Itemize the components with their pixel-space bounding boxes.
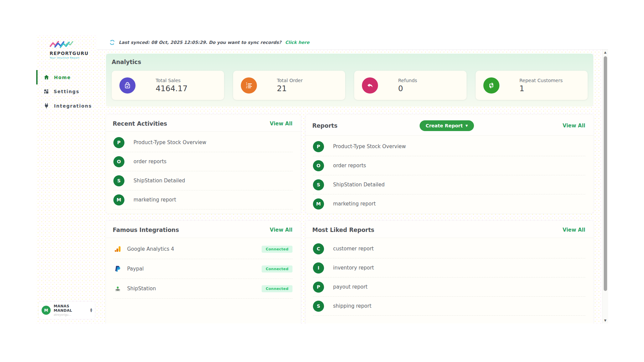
item-initial-badge: O xyxy=(313,160,324,171)
scrollbar-thumb[interactable] xyxy=(604,56,607,291)
user-subtext: atreyorigu... xyxy=(54,313,87,316)
item-label: marketing report xyxy=(133,197,176,203)
sync-bar: Last synced: 08 Oct, 2025 12:05:29. Do y… xyxy=(97,36,608,50)
item-initial-badge: S xyxy=(113,175,124,186)
famous-integrations-panel: Famous Integrations View All xyxy=(106,221,301,323)
dashboard-page: REPORTGURU Your Intuitive Report Home xyxy=(0,0,644,362)
status-badge: Connected xyxy=(262,265,292,273)
sidebar: REPORTGURU Your Intuitive Report Home xyxy=(36,36,97,323)
famous-integrations-view-all-link[interactable]: View All xyxy=(270,227,292,233)
chevron-down-icon: ▼ xyxy=(466,124,468,127)
item-initial-badge: P xyxy=(313,282,324,293)
item-initial-badge: C xyxy=(313,243,324,254)
card-value: 21 xyxy=(277,84,303,93)
home-icon xyxy=(44,74,49,80)
list-item[interactable]: S ShipStation Detailed xyxy=(313,175,585,194)
sidebar-item-label: Home xyxy=(54,75,71,80)
list-item[interactable]: O order reports xyxy=(113,152,292,171)
integration-row[interactable]: ShipStation Connected xyxy=(113,279,292,299)
list-item[interactable]: S shipping report xyxy=(313,297,585,316)
reports-panel: Reports Create Report ▼ View All P Produ… xyxy=(306,115,593,213)
sidebar-item-label: Settings xyxy=(54,89,79,94)
card-value: 0 xyxy=(398,84,417,93)
scroll-up-arrow-icon[interactable]: ▲ xyxy=(602,51,608,54)
total-order-card[interactable]: 1 2 Total Order 21 xyxy=(233,71,345,100)
user-menu-chevrons-icon[interactable]: ▲▼ xyxy=(90,308,92,312)
integration-row[interactable]: Google Analytics 4 Connected xyxy=(113,239,292,259)
refunds-card[interactable]: Refunds 0 xyxy=(354,71,467,100)
panel-title: Most Liked Reports xyxy=(312,227,374,233)
item-label: inventory report xyxy=(333,265,374,271)
item-label: ShipStation Detailed xyxy=(333,182,385,188)
analytics-cards: Total Sales 4164.17 1 2 xyxy=(112,71,588,100)
list-item[interactable]: M marketing report xyxy=(113,190,292,209)
total-sales-card[interactable]: Total Sales 4164.17 xyxy=(112,71,224,100)
item-initial-badge: M xyxy=(313,198,324,209)
user-name: MANAS MANDAL xyxy=(54,304,87,313)
sync-icon[interactable] xyxy=(109,40,115,45)
integration-label: Paypal xyxy=(127,266,144,272)
numbered-list-icon: 1 2 xyxy=(241,77,257,94)
integration-row[interactable]: Paypal Connected xyxy=(113,259,292,279)
brand-tagline: Your Intuitive Report xyxy=(50,56,93,59)
avatar: M xyxy=(42,306,51,315)
item-initial-badge: O xyxy=(113,156,124,167)
item-initial-badge: P xyxy=(113,137,124,148)
item-label: shipping report xyxy=(333,303,371,309)
repeat-customers-card[interactable]: Repeat Customers 1 xyxy=(476,71,588,100)
most-liked-view-all-link[interactable]: View All xyxy=(562,227,585,233)
paypal-icon xyxy=(113,265,122,273)
card-label: Refunds xyxy=(398,78,417,83)
item-label: order reports xyxy=(333,163,366,169)
item-initial-badge: S xyxy=(313,179,324,190)
create-report-button[interactable]: Create Report ▼ xyxy=(420,120,474,131)
item-label: Product-Type Stock Overview xyxy=(133,139,206,145)
card-value: 1 xyxy=(520,84,563,93)
list-item[interactable]: C customer report xyxy=(313,239,585,258)
item-label: marketing report xyxy=(333,201,376,207)
svg-text:2: 2 xyxy=(246,86,248,89)
sidebar-item-home[interactable]: Home xyxy=(36,70,97,84)
user-profile[interactable]: M MANAS MANDAL atreyorigu... ▲▼ xyxy=(39,302,95,319)
scroll-down-arrow-icon[interactable]: ▼ xyxy=(602,319,608,322)
content-scroll-area: Analytics Total Sales xyxy=(97,50,608,323)
analytics-title: Analytics xyxy=(112,59,588,65)
item-initial-badge: S xyxy=(313,301,324,312)
list-item[interactable]: I inventory report xyxy=(313,258,585,278)
list-item[interactable]: P payout report xyxy=(313,278,585,297)
card-label: Total Sales xyxy=(156,78,187,83)
sync-click-here-link[interactable]: Click here xyxy=(285,40,310,45)
card-label: Repeat Customers xyxy=(520,78,563,83)
last-synced-text: Last synced: 08 Oct, 2025 12:05:29. Do y… xyxy=(119,40,281,45)
item-initial-badge: I xyxy=(313,262,324,274)
card-label: Total Order xyxy=(277,78,303,83)
status-badge: Connected xyxy=(262,285,292,292)
list-item[interactable]: P Product-Type Stock Overview xyxy=(313,137,585,156)
shopping-bag-check-icon xyxy=(119,77,136,94)
brand-logo[interactable]: REPORTGURU Your Intuitive Report xyxy=(36,36,93,59)
integration-label: Google Analytics 4 xyxy=(127,246,174,252)
reports-view-all-link[interactable]: View All xyxy=(562,123,585,129)
user-info: MANAS MANDAL atreyorigu... xyxy=(54,304,87,316)
sidebar-item-integrations[interactable]: Integrations xyxy=(36,99,97,113)
panel-title: Recent Activities xyxy=(113,120,167,127)
google-analytics-icon xyxy=(113,245,122,253)
list-item[interactable]: M marketing report xyxy=(313,194,585,213)
analytics-section: Analytics Total Sales xyxy=(106,54,593,107)
brand-name: REPORTGURU xyxy=(50,51,93,56)
sidebar-item-settings[interactable]: Settings xyxy=(36,84,97,99)
item-label: customer report xyxy=(333,246,374,252)
app-frame: REPORTGURU Your Intuitive Report Home xyxy=(36,36,608,323)
card-value: 4164.17 xyxy=(156,84,187,93)
item-initial-badge: M xyxy=(113,194,124,205)
integration-label: ShipStation xyxy=(127,286,156,292)
list-item[interactable]: O order reports xyxy=(313,156,585,175)
item-label: ShipStation Detailed xyxy=(133,178,185,184)
vertical-scrollbar[interactable]: ▲ ▼ xyxy=(602,50,608,323)
panel-title: Reports xyxy=(312,122,337,129)
list-item[interactable]: P Product-Type Stock Overview xyxy=(113,133,292,152)
list-item[interactable]: S ShipStation Detailed xyxy=(113,171,292,190)
item-label: order reports xyxy=(133,159,166,165)
recent-activities-view-all-link[interactable]: View All xyxy=(270,121,292,127)
item-label: Product-Type Stock Overview xyxy=(333,143,406,149)
